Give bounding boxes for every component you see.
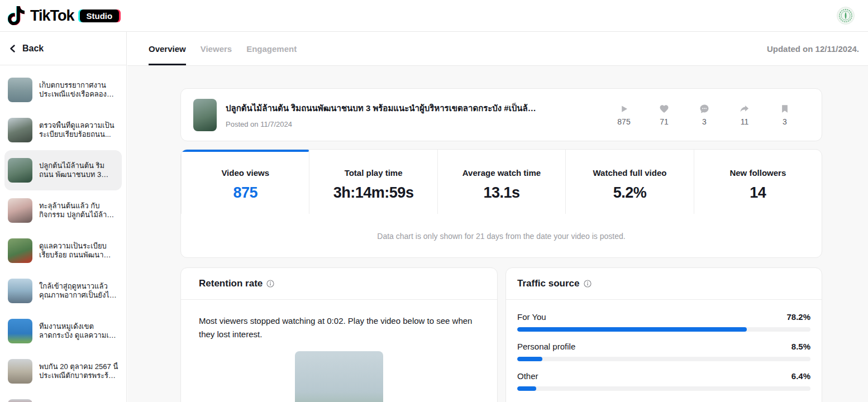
traffic-value: 8.5% <box>791 342 810 351</box>
video-list-item[interactable]: ทะลุล้านต้นแล้ว กับกิจกรรม ปลูกต้นไม้ล้า… <box>4 190 122 231</box>
stat-comments: 3 <box>689 104 720 126</box>
info-icon[interactable] <box>584 280 592 288</box>
video-item-title: ปลูกต้นไม้ล้านต้น ริมถนน พัฒนาชนบท 3 พร้… <box>39 161 118 179</box>
video-item-title: พบกัน 20 ตุลาคม 2567 นี้ ประเพณีตักบาตรพ… <box>39 362 118 380</box>
metric-watched-full-video[interactable]: Watched full video 5.2% <box>565 150 693 214</box>
video-list-item[interactable]: จัดระเบียบทางเท้า ถนน <box>4 391 122 402</box>
video-thumbnail <box>8 359 32 384</box>
video-list-item-selected[interactable]: ปลูกต้นไม้ล้านต้น ริมถนน พัฒนาชนบท 3 พร้… <box>4 150 122 190</box>
metric-label: New followers <box>729 168 786 178</box>
stat-comments-value: 3 <box>702 117 707 126</box>
traffic-row-other: Other 6.4% <box>517 371 810 391</box>
metric-value: 3h:14m:59s <box>333 184 414 202</box>
updated-timestamp: Updated on 12/11/2024. <box>767 44 859 54</box>
traffic-source-title: Traffic source <box>517 278 580 289</box>
analytics-tabbar: Overview Viewers Engagement Updated on 1… <box>127 32 868 66</box>
retention-message: Most viewers stopped watching at 0:02. P… <box>181 300 497 341</box>
video-list-item[interactable]: พบกัน 20 ตุลาคม 2567 นี้ ประเพณีตักบาตรพ… <box>4 351 122 391</box>
current-video-title: ปลูกต้นไม้ล้านต้น ริมถนนพัฒนาชนบท 3 พร้อ… <box>226 102 538 115</box>
retention-video-preview[interactable] <box>295 351 383 402</box>
video-list-item[interactable]: เก็บตกบรรยากาศงาน ประเพณีแข่งเรือคลองประ… <box>4 70 122 110</box>
video-item-title: ใกล้เข้าสู่ฤดูหนาวแล้ว คุณภาพอากาศเป็นยั… <box>39 282 118 300</box>
info-icon[interactable] <box>266 280 274 288</box>
metric-video-views[interactable]: Video views 875 <box>181 150 309 214</box>
traffic-row-for-you: For You 78.2% <box>517 312 810 332</box>
metric-average-watch-time[interactable]: Average watch time 13.1s <box>437 150 565 214</box>
metric-value: 13.1s <box>483 184 519 202</box>
main-area: Overview Viewers Engagement Updated on 1… <box>127 32 868 402</box>
metric-total-play-time[interactable]: Total play time 3h:14m:59s <box>309 150 437 214</box>
video-list-item[interactable]: ดูแลความเป็นระเบียบ เรียบร้อย ถนนพัฒนาชน… <box>4 231 122 271</box>
tiktok-studio-analytics-page: TikTok Studio Back เก็บตกบรรยากาศงาน ประ… <box>0 0 868 402</box>
video-thumbnail <box>8 118 32 142</box>
traffic-bar-track <box>517 386 810 391</box>
stat-shares: 11 <box>729 104 760 126</box>
top-header: TikTok Studio <box>0 0 868 32</box>
stat-likes: 71 <box>648 104 680 126</box>
video-thumbnail <box>8 399 32 402</box>
traffic-bar-track <box>517 357 810 361</box>
metric-label: Average watch time <box>462 168 541 178</box>
video-thumbnail <box>8 238 32 263</box>
video-list-item[interactable]: ทีมงานหมูเด้งเขตลาดกระบัง ดูแลความเป็นระ… <box>4 311 122 351</box>
tiktok-studio-logo[interactable]: TikTok Studio <box>8 6 119 25</box>
video-sidebar: Back เก็บตกบรรยากาศงาน ประเพณีแข่งเรือคล… <box>0 32 127 402</box>
video-info-card: ปลูกต้นไม้ล้านต้น ริมถนนพัฒนาชนบท 3 พร้อ… <box>180 88 822 141</box>
traffic-bar-track <box>517 327 810 332</box>
video-list-item[interactable]: ใกล้เข้าสู่ฤดูหนาวแล้ว คุณภาพอากาศเป็นยั… <box>4 271 122 311</box>
retention-rate-card: Retention rate Most viewers stopped watc… <box>180 267 498 402</box>
traffic-bar-fill <box>517 327 747 332</box>
traffic-value: 6.4% <box>791 371 810 381</box>
metric-tabs: Video views 875 Total play time 3h:14m:5… <box>181 150 822 214</box>
traffic-row-personal-profile: Personal profile 8.5% <box>517 342 810 361</box>
metric-value: 875 <box>233 184 257 202</box>
metrics-panel: Video views 875 Total play time 3h:14m:5… <box>180 149 822 258</box>
district-seal-icon <box>838 8 853 23</box>
metric-label: Total play time <box>345 168 403 178</box>
studio-badge: Studio <box>80 9 120 22</box>
stat-likes-value: 71 <box>660 117 669 126</box>
video-thumbnail <box>8 279 32 303</box>
video-item-title: เก็บตกบรรยากาศงาน ประเพณีแข่งเรือคลองประ… <box>39 81 118 99</box>
tab-viewers[interactable]: Viewers <box>201 32 232 65</box>
heart-icon <box>659 104 669 114</box>
metric-new-followers[interactable]: New followers 14 <box>694 150 822 214</box>
traffic-bar-fill <box>517 357 542 361</box>
metric-value: 14 <box>750 184 766 202</box>
stat-views-value: 875 <box>617 117 630 126</box>
metric-label: Video views <box>221 168 269 178</box>
current-video-thumbnail <box>193 99 217 131</box>
traffic-label: For You <box>517 312 546 322</box>
retention-rate-title: Retention rate <box>199 278 263 289</box>
video-thumbnail <box>8 158 32 183</box>
tab-overview[interactable]: Overview <box>149 32 186 65</box>
active-metric-indicator <box>181 150 309 152</box>
back-button[interactable]: Back <box>0 32 126 65</box>
overview-content: ปลูกต้นไม้ล้านต้น ริมถนนพัฒนาชนบท 3 พร้อ… <box>127 66 868 402</box>
traffic-bar-fill <box>517 386 536 391</box>
video-thumbnail <box>8 198 32 223</box>
video-item-title: ทีมงานหมูเด้งเขตลาดกระบัง ดูแลความเป็นระ… <box>39 322 118 340</box>
traffic-source-card: Traffic source For You 78.2% <box>505 267 822 402</box>
stat-views: 875 <box>608 104 640 126</box>
metric-value: 5.2% <box>613 184 647 202</box>
comment-icon <box>699 104 709 114</box>
back-label: Back <box>22 44 44 54</box>
video-item-title: ทะลุล้านต้นแล้ว กับกิจกรรม ปลูกต้นไม้ล้า… <box>39 202 118 219</box>
video-thumbnail <box>8 319 32 343</box>
video-list-item[interactable]: ตรวจพื้นที่ดูแลความเป็น ระเบียบเรียบร้อย… <box>4 110 122 150</box>
video-item-title: ตรวจพื้นที่ดูแลความเป็น ระเบียบเรียบร้อย… <box>39 121 118 139</box>
share-icon <box>740 104 750 114</box>
metric-label: Watched full video <box>593 168 666 178</box>
chevron-left-icon <box>9 45 17 52</box>
bookmark-icon <box>780 104 790 114</box>
traffic-value: 78.2% <box>786 312 810 322</box>
stat-saves: 3 <box>769 104 800 126</box>
tab-engagement[interactable]: Engagement <box>246 32 297 65</box>
stat-shares-value: 11 <box>741 117 749 126</box>
video-stats: 875 71 3 <box>608 104 810 126</box>
traffic-source-list: For You 78.2% Personal profile 8.5% <box>506 300 822 391</box>
video-item-title: ดูแลความเป็นระเบียบ เรียบร้อย ถนนพัฒนาชน… <box>39 242 118 260</box>
profile-avatar[interactable] <box>837 7 855 25</box>
brand-name: TikTok <box>30 7 74 25</box>
